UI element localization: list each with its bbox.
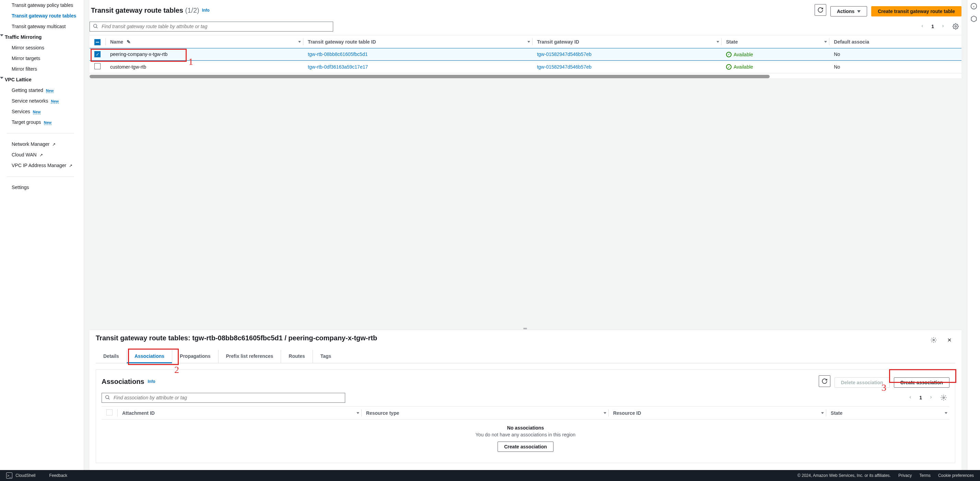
chevron-right-icon	[929, 395, 933, 399]
col-state[interactable]: State	[831, 410, 842, 416]
sidebar-item-label: Getting started	[12, 87, 43, 93]
tab-routes[interactable]: Routes	[281, 350, 312, 363]
sidebar-item-mirror-sessions[interactable]: Mirror sessions	[0, 43, 81, 53]
search-icon	[93, 23, 98, 30]
row-checkbox[interactable]	[94, 51, 100, 57]
actions-button[interactable]: Actions	[830, 6, 867, 16]
sidebar-section-label: Traffic Mirroring	[5, 34, 41, 40]
col-resource-id[interactable]: Resource ID	[613, 410, 641, 416]
sidebar-item-settings[interactable]: Settings	[0, 182, 81, 193]
tab-tags[interactable]: Tags	[313, 350, 339, 363]
settings-gear-button[interactable]	[938, 392, 950, 403]
table-row[interactable]: peering-company-x-tgw-rtb tgw-rtb-08bb8c…	[89, 48, 961, 60]
info-link[interactable]: Info	[202, 8, 210, 13]
external-link-icon: ↗	[40, 153, 43, 157]
search-field[interactable]	[89, 22, 333, 32]
refresh-associations-button[interactable]	[819, 375, 830, 387]
info-link[interactable]: Info	[148, 379, 155, 384]
caret-down-icon	[0, 77, 3, 79]
select-all-checkbox[interactable]	[94, 39, 100, 45]
rtb-id-link[interactable]: tgw-rtb-08bb8c61605fbc5d1	[308, 51, 368, 57]
col-attachment-id[interactable]: Attachment ID	[122, 410, 155, 416]
create-route-table-button[interactable]: Create transit gateway route table	[871, 6, 961, 16]
sidebar-item-service-networks[interactable]: Service networks New	[0, 96, 81, 106]
rtb-id-link[interactable]: tgw-rtb-0df36163a59c17e17	[308, 64, 368, 70]
footer: >_ CloudShell Feedback © 2024, Amazon We…	[0, 470, 980, 481]
associations-search-input[interactable]	[113, 395, 342, 401]
chevron-right-icon	[941, 24, 945, 28]
associations-search-field[interactable]	[102, 393, 345, 403]
sidebar-item-services[interactable]: Services New	[0, 106, 81, 117]
detail-settings-button[interactable]	[928, 334, 940, 346]
prev-page-button[interactable]	[918, 24, 926, 29]
sort-icon[interactable]	[824, 41, 827, 43]
tgw-id-link[interactable]: tgw-01582947d546b57eb	[537, 64, 592, 70]
detail-panel: Transit gateway route tables: tgw-rtb-08…	[89, 330, 961, 470]
tab-associations[interactable]: Associations	[127, 350, 172, 364]
sort-icon[interactable]	[356, 412, 359, 414]
new-badge: New	[33, 110, 41, 114]
sidebar-item-tgw-route-tables[interactable]: Transit gateway route tables	[0, 11, 81, 21]
col-default-assoc[interactable]: Default associa	[834, 39, 869, 44]
sort-icon[interactable]	[527, 41, 530, 43]
tab-details[interactable]: Details	[96, 350, 127, 363]
col-name[interactable]: Name	[110, 39, 123, 44]
sidebar-item-mirror-targets[interactable]: Mirror targets	[0, 53, 81, 64]
feedback-link[interactable]: Feedback	[49, 473, 67, 478]
sidebar-item-getting-started[interactable]: Getting started New	[0, 85, 81, 96]
associations-title: Associations	[102, 378, 144, 386]
col-state[interactable]: State	[726, 39, 738, 44]
footer-terms-link[interactable]: Terms	[919, 473, 931, 478]
sidebar-item-network-manager[interactable]: Network Manager ↗	[0, 139, 81, 149]
external-link-icon: ↗	[52, 142, 56, 147]
close-icon	[947, 337, 952, 343]
close-detail-button[interactable]	[943, 334, 955, 346]
sidebar-item-target-groups[interactable]: Target groups New	[0, 117, 81, 128]
info-panel-toggle[interactable]	[970, 3, 977, 11]
col-tgw-id[interactable]: Transit gateway ID	[537, 39, 579, 44]
row-checkbox[interactable]	[94, 63, 100, 69]
col-rtb-id[interactable]: Transit gateway route table ID	[308, 39, 376, 44]
sort-icon[interactable]	[821, 412, 824, 414]
pencil-icon: ✎	[127, 39, 131, 44]
sort-icon[interactable]	[604, 412, 606, 414]
cloudshell-button[interactable]: >_ CloudShell	[6, 472, 35, 479]
sidebar-item-tgw-policy-tables[interactable]: Transit gateway policy tables	[0, 0, 81, 11]
tgw-id-link[interactable]: tgw-01582947d546b57eb	[537, 51, 592, 57]
external-link-icon: ↗	[69, 163, 72, 168]
refresh-button[interactable]	[815, 4, 826, 16]
tab-prefix-list[interactable]: Prefix list references	[218, 350, 281, 363]
empty-create-association-button[interactable]: Create association	[498, 441, 554, 452]
security-panel-toggle[interactable]	[970, 16, 977, 23]
create-association-button[interactable]: Create association	[894, 378, 950, 388]
sort-icon[interactable]	[945, 412, 947, 414]
next-page-button[interactable]	[927, 395, 935, 400]
search-icon	[105, 395, 110, 401]
sidebar-item-mirror-filters[interactable]: Mirror filters	[0, 64, 81, 75]
col-resource-type[interactable]: Resource type	[366, 410, 399, 416]
cell-default-assoc: No	[829, 48, 961, 60]
sort-icon[interactable]	[716, 41, 719, 43]
next-page-button[interactable]	[939, 24, 947, 29]
right-rail	[967, 0, 980, 470]
sidebar-item-tgw-multicast[interactable]: Transit gateway multicast	[0, 21, 81, 32]
tab-propagations[interactable]: Propagations	[172, 350, 218, 363]
caret-down-icon	[857, 10, 861, 13]
horizontal-scrollbar[interactable]	[89, 75, 770, 78]
footer-privacy-link[interactable]: Privacy	[898, 473, 912, 478]
table-row[interactable]: customer-tgw-rtb tgw-rtb-0df36163a59c17e…	[89, 60, 961, 73]
resize-handle[interactable]: ═	[89, 327, 961, 330]
sidebar-item-vpc-ipam[interactable]: VPC IP Address Manager ↗	[0, 160, 81, 171]
settings-gear-button[interactable]	[950, 21, 961, 32]
search-input[interactable]	[101, 23, 330, 30]
sidebar-section-vpc-lattice[interactable]: VPC Lattice	[0, 75, 81, 85]
sort-icon[interactable]	[298, 41, 301, 43]
sidebar-section-traffic-mirroring[interactable]: Traffic Mirroring	[0, 32, 81, 43]
footer-cookie-link[interactable]: Cookie preferences	[938, 473, 974, 478]
select-all-checkbox[interactable]	[107, 409, 113, 416]
divider	[7, 133, 74, 133]
prev-page-button[interactable]	[906, 395, 915, 400]
sidebar-item-cloud-wan[interactable]: Cloud WAN ↗	[0, 149, 81, 160]
chevron-left-icon	[908, 395, 912, 399]
svg-point-0	[94, 24, 97, 27]
